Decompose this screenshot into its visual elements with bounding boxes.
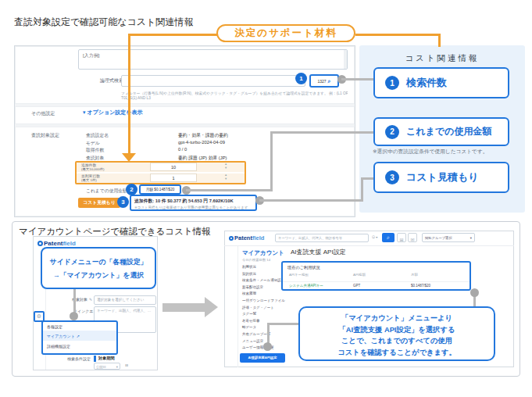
api-button-connector-h bbox=[267, 323, 300, 325]
additional-count-stepper[interactable]: ▴ ▾ bbox=[225, 163, 227, 170]
parallel-count-stepper[interactable]: ▴ ▾ bbox=[225, 173, 227, 181]
account-menu-item[interactable]: 検索履歴 bbox=[242, 291, 256, 295]
arrow-shaft bbox=[162, 303, 205, 312]
api-settings-button[interactable]: AI査読支援API設定 bbox=[240, 353, 285, 363]
option-toggle-label: オプション設定を表示 bbox=[87, 109, 142, 115]
group-select[interactable]: 閲覧グループ選択 ▾ bbox=[422, 233, 475, 242]
pill-connector-right bbox=[355, 34, 441, 36]
estimate-box: 追加件数: 10 件 $0.377 約 54.653 円 7.692K/10K … bbox=[130, 195, 257, 211]
review-target-section-label: 査読対象設定 bbox=[31, 132, 59, 139]
gear-icon[interactable]: ⚙ bbox=[34, 313, 45, 320]
logic-search-input[interactable] bbox=[121, 75, 305, 87]
cost-panel-item-label: コスト見積もり bbox=[406, 170, 479, 184]
cost-panel-note: ※選択中の査読設定条件で使用したコストです。 bbox=[373, 148, 487, 156]
usage-value-box: 月額 $0.1487/$20 bbox=[139, 184, 181, 195]
stepper-down-icon[interactable]: ▾ bbox=[225, 177, 227, 181]
stepper-down-icon[interactable]: ▾ bbox=[225, 166, 227, 170]
search-icon: ⌕ bbox=[328, 78, 331, 84]
account-menu-item[interactable]: 契約状況 bbox=[242, 272, 256, 276]
api-key-link[interactable]: システム共通APIキー bbox=[289, 284, 323, 288]
api-button-connector-v bbox=[267, 323, 270, 345]
account-icon[interactable]: ☺▾ bbox=[371, 234, 377, 239]
api-settings-callout: 「マイアカウント」メニューより 「AI査読支援 API設定」を選択する ことで、… bbox=[298, 306, 495, 361]
account-menu-item[interactable]: タグ一覧 bbox=[242, 312, 256, 316]
badge-1: 1 bbox=[385, 76, 399, 90]
header-search-input[interactable]: キーワード、出願人、代理人、特許番号等 bbox=[275, 234, 369, 242]
field-value: 0 / 0 bbox=[178, 147, 187, 152]
monthly-amount-value: $0.1487/$20 bbox=[411, 284, 430, 288]
connector-line-3a bbox=[259, 199, 362, 202]
table-header: API種類 bbox=[353, 273, 366, 277]
page-title-bottom: マイアカウントページで確認できるコスト情報 bbox=[19, 226, 211, 238]
logo-text: Patentfield bbox=[44, 240, 76, 247]
account-menu-item[interactable]: 利用状況 bbox=[242, 265, 256, 269]
sidebar-divider bbox=[237, 246, 238, 367]
header-search-button[interactable]: ⌕ bbox=[382, 233, 395, 242]
mail-icon: ✉ bbox=[410, 238, 414, 242]
callout-line: 「AI査読支援 API設定」を選択する bbox=[300, 324, 494, 336]
usage-box-connector-dot bbox=[470, 288, 479, 297]
menu-item-label: マイアカウント bbox=[47, 334, 75, 338]
menu-item-detail-settings[interactable]: 詳細機能設定 bbox=[43, 341, 116, 351]
other-settings-label: その他設定 bbox=[31, 110, 55, 117]
account-menu-item[interactable]: 軸データ bbox=[242, 325, 256, 329]
account-menu-item[interactable]: 検索条件・メール通知設定 bbox=[242, 278, 284, 282]
stepper-sublabel: (最大10,000件) bbox=[81, 167, 105, 171]
account-menu-item[interactable]: メニュー設定 bbox=[242, 339, 263, 343]
badge-1-screenshot: 1 bbox=[295, 73, 307, 84]
search-target-input[interactable]: 選択対象を選択してください bbox=[94, 295, 156, 305]
mail-icon-button[interactable]: ✉ bbox=[408, 233, 417, 242]
pill-connector-left bbox=[129, 34, 217, 36]
patentfield-logo-icon bbox=[37, 241, 43, 246]
badge-3-screenshot: 3 bbox=[117, 196, 129, 208]
query-textarea[interactable]: [入力例] bbox=[78, 49, 348, 70]
table-header: 月額 bbox=[411, 273, 418, 277]
field-label: 取得件数 bbox=[86, 147, 104, 154]
chevron-down-icon: ▾ bbox=[470, 236, 472, 240]
grid-icon: ⊞ bbox=[399, 238, 403, 242]
settings-menu: 各種設定 マイアカウント ↗ 詳細機能設定 bbox=[41, 320, 118, 355]
connector-line-2c bbox=[270, 131, 373, 134]
account-menu-item[interactable]: 名寄せ辞書 bbox=[242, 319, 260, 323]
account-menu-item[interactable]: 新着配信設定 bbox=[242, 285, 263, 289]
grid-icon-button[interactable]: ⊞ bbox=[397, 233, 406, 242]
period-label: 対象期間 bbox=[98, 356, 115, 361]
search-count-button[interactable]: 1327 ⌕ bbox=[309, 74, 339, 88]
orange-arrow-icon bbox=[122, 153, 136, 162]
settings-menu-header: 各種設定 bbox=[43, 322, 116, 331]
group-select-value: 閲覧グループ選択 bbox=[425, 236, 452, 240]
account-menu-item[interactable]: 評価・タグ・ノート bbox=[242, 306, 274, 309]
option-toggle-link[interactable]: ▾ オプション設定を表示 bbox=[83, 109, 142, 116]
connector-line-2a bbox=[186, 189, 272, 191]
account-menu-item[interactable]: 共有グループ一覧 bbox=[242, 332, 270, 336]
logic-search-label: 論理式検索 bbox=[100, 77, 123, 84]
parallel-count-input[interactable]: 1 bbox=[150, 173, 197, 182]
pill-connector-down bbox=[128, 34, 130, 153]
field-value: gpt-4-turbo-2024-04-09 bbox=[178, 140, 225, 145]
field-label: モデル bbox=[86, 140, 100, 147]
period-select[interactable]: 公開日 ▾ bbox=[94, 363, 120, 370]
edit-icon[interactable]: ✎ bbox=[89, 297, 92, 302]
table-header: APIキー種別 bbox=[289, 273, 309, 277]
textarea-scrollbar[interactable] bbox=[344, 50, 347, 69]
settings-menu-connector bbox=[73, 289, 76, 314]
logic-search-help-line1: フィルター（行番号(L:N)や上位件数(R:N)、検索式やクリック・タグ・グルー… bbox=[121, 91, 348, 95]
callout-line: コストを確認することができます。 bbox=[300, 347, 494, 359]
additional-count-input[interactable]: 10 bbox=[150, 163, 197, 171]
estimate-line: 追加件数: 10 件 $0.377 約 54.653 円 7.692K/10K bbox=[134, 198, 252, 205]
field-label: 査読設定名 bbox=[86, 132, 109, 139]
pill-connector-right-down bbox=[438, 34, 441, 47]
chevron-down-icon: ▾ bbox=[116, 365, 118, 368]
menu-item-my-account[interactable]: マイアカウント ↗ bbox=[43, 331, 116, 341]
patentfield-logo-icon bbox=[229, 236, 234, 241]
period-select-value: 公開日 bbox=[96, 365, 106, 368]
account-menu-title: マイアカウント bbox=[242, 249, 284, 257]
logo-text: Patentfield bbox=[234, 234, 264, 241]
cost-panel-item-label: これまでの使用金額 bbox=[406, 125, 491, 138]
account-menu-item[interactable]: 一括ダウンロードファイル bbox=[242, 299, 285, 302]
badge-3: 3 bbox=[385, 170, 399, 184]
cost-estimate-button[interactable]: コスト見積もり bbox=[78, 198, 120, 208]
patentfield-logo: Patentfield bbox=[37, 240, 76, 247]
external-link-icon: ↗ bbox=[77, 334, 80, 338]
connector-line-2b bbox=[270, 131, 273, 191]
